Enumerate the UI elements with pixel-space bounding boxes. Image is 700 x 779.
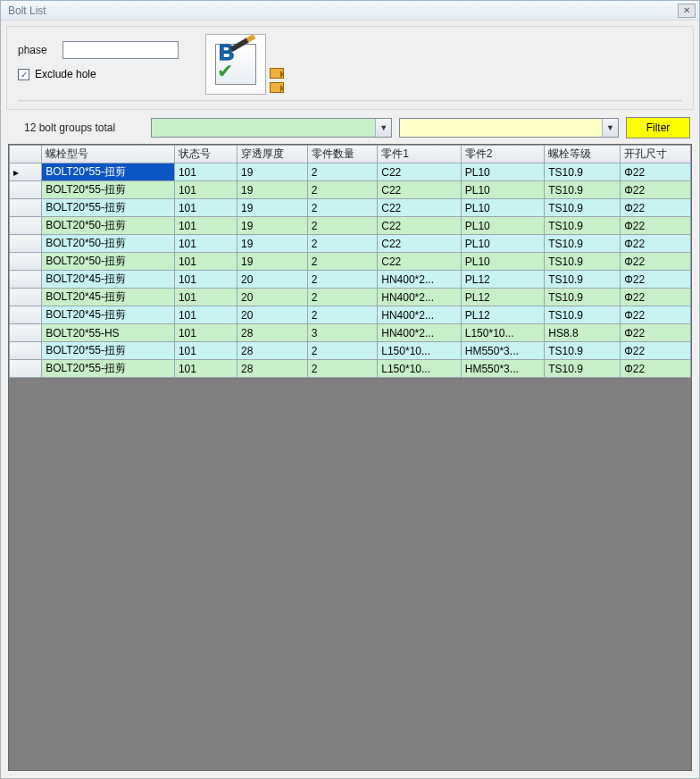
table-row[interactable]: BOLT20*55-扭剪101282L150*10...HM550*3...TS… (10, 342, 691, 360)
exclude-checkbox[interactable]: ✓ (18, 69, 29, 80)
cell[interactable]: HS8.8 (545, 324, 621, 342)
cell[interactable]: C22 (378, 163, 462, 181)
arrow-icon[interactable] (270, 82, 284, 93)
cell[interactable]: PL10 (461, 217, 545, 235)
cell[interactable]: 19 (238, 253, 308, 271)
arrow-icon[interactable] (270, 68, 284, 79)
cell[interactable]: BOLT20*55-扭剪 (42, 181, 175, 199)
cell[interactable]: 28 (238, 324, 308, 342)
cell[interactable]: BOLT20*45-扭剪 (42, 289, 175, 306)
cell[interactable]: 2 (307, 163, 378, 181)
cell[interactable]: C22 (378, 253, 462, 271)
cell[interactable]: BOLT20*50-扭剪 (42, 235, 175, 253)
cell[interactable]: Φ22 (621, 271, 691, 289)
cell[interactable]: 3 (307, 324, 378, 342)
cell[interactable]: PL10 (461, 235, 545, 253)
cell[interactable]: BOLT20*55-扭剪 (42, 199, 175, 217)
cell[interactable]: PL12 (461, 289, 545, 306)
filter-combo-1-field[interactable] (152, 119, 375, 137)
cell[interactable]: 101 (174, 181, 237, 199)
col-header[interactable]: 零件数量 (307, 146, 378, 163)
bolt-list-icon[interactable]: B ✔ (205, 34, 266, 95)
cell[interactable]: Φ22 (621, 289, 691, 306)
phase-input[interactable] (62, 41, 179, 59)
cell[interactable]: 101 (174, 289, 237, 306)
cell[interactable]: TS10.9 (545, 271, 621, 289)
cell[interactable]: BOLT20*55-HS (42, 324, 175, 342)
row-header[interactable] (10, 235, 42, 253)
cell[interactable]: 2 (307, 181, 378, 199)
col-header[interactable]: 状态号 (174, 146, 237, 163)
cell[interactable]: C22 (378, 235, 462, 253)
row-header[interactable] (10, 217, 42, 235)
cell[interactable]: 20 (238, 289, 308, 306)
cell[interactable]: TS10.9 (545, 253, 621, 271)
data-grid[interactable]: 螺栓型号 状态号 穿透厚度 零件数量 零件1 零件2 螺栓等级 开孔尺寸 ▸BO… (8, 144, 692, 771)
cell[interactable]: 2 (307, 199, 378, 217)
col-header[interactable]: 穿透厚度 (238, 146, 308, 163)
cell[interactable]: 101 (174, 163, 237, 181)
cell[interactable]: Φ22 (621, 181, 691, 199)
cell[interactable]: 2 (307, 289, 378, 306)
cell[interactable]: TS10.9 (545, 217, 621, 235)
close-button[interactable]: ✕ (678, 4, 696, 18)
table-row[interactable]: BOLT20*50-扭剪101192C22PL10TS10.9Φ22 (10, 217, 691, 235)
cell[interactable]: BOLT20*55-扭剪 (42, 360, 175, 378)
cell[interactable]: HN400*2... (378, 306, 462, 324)
table-row[interactable]: ▸BOLT20*55-扭剪101192C22PL10TS10.9Φ22 (10, 163, 691, 181)
cell[interactable]: 101 (174, 253, 237, 271)
cell[interactable]: BOLT20*45-扭剪 (42, 271, 175, 289)
cell[interactable]: PL12 (461, 306, 545, 324)
cell[interactable]: 20 (238, 271, 308, 289)
cell[interactable]: L150*10... (378, 342, 462, 360)
table-row[interactable]: BOLT20*45-扭剪101202HN400*2...PL12TS10.9Φ2… (10, 289, 691, 306)
cell[interactable]: 101 (174, 199, 237, 217)
cell[interactable]: 19 (238, 235, 308, 253)
cell[interactable]: Φ22 (621, 360, 691, 378)
cell[interactable]: L150*10... (378, 360, 462, 378)
cell[interactable]: TS10.9 (545, 163, 621, 181)
cell[interactable]: TS10.9 (545, 342, 621, 360)
col-header[interactable]: 开孔尺寸 (621, 146, 691, 163)
col-header[interactable]: 螺栓型号 (42, 146, 175, 163)
col-header[interactable]: 零件1 (378, 146, 462, 163)
cell[interactable]: C22 (378, 199, 462, 217)
table-row[interactable]: BOLT20*50-扭剪101192C22PL10TS10.9Φ22 (10, 253, 691, 271)
row-header-corner[interactable] (10, 146, 42, 163)
cell[interactable]: 2 (307, 271, 378, 289)
cell[interactable]: Φ22 (621, 217, 691, 235)
table-row[interactable]: BOLT20*45-扭剪101202HN400*2...PL12TS10.9Φ2… (10, 306, 691, 324)
cell[interactable]: TS10.9 (545, 306, 621, 324)
cell[interactable]: 101 (174, 324, 237, 342)
cell[interactable]: Φ22 (621, 306, 691, 324)
cell[interactable]: HM550*3... (461, 342, 545, 360)
cell[interactable]: BOLT20*45-扭剪 (42, 306, 175, 324)
cell[interactable]: 101 (174, 235, 237, 253)
cell[interactable]: 2 (307, 360, 378, 378)
cell[interactable]: PL12 (461, 271, 545, 289)
cell[interactable]: 101 (174, 271, 237, 289)
cell[interactable]: PL10 (461, 199, 545, 217)
chevron-down-icon[interactable]: ▼ (602, 119, 618, 137)
cell[interactable]: PL10 (461, 253, 545, 271)
cell[interactable]: TS10.9 (545, 199, 621, 217)
row-header[interactable] (10, 289, 42, 306)
cell[interactable]: L150*10... (461, 324, 545, 342)
cell[interactable]: 101 (174, 306, 237, 324)
row-header[interactable] (10, 306, 42, 324)
row-header[interactable] (10, 181, 42, 199)
cell[interactable]: 20 (238, 306, 308, 324)
table-row[interactable]: BOLT20*50-扭剪101192C22PL10TS10.9Φ22 (10, 235, 691, 253)
row-header[interactable] (10, 342, 42, 360)
cell[interactable]: TS10.9 (545, 360, 621, 378)
cell[interactable]: 2 (307, 217, 378, 235)
cell[interactable]: HM550*3... (461, 360, 545, 378)
cell[interactable]: C22 (378, 217, 462, 235)
cell[interactable]: TS10.9 (545, 181, 621, 199)
cell[interactable]: Φ22 (621, 163, 691, 181)
table-row[interactable]: BOLT20*45-扭剪101202HN400*2...PL12TS10.9Φ2… (10, 271, 691, 289)
cell[interactable]: Φ22 (621, 235, 691, 253)
cell[interactable]: 2 (307, 235, 378, 253)
table-row[interactable]: BOLT20*55-HS101283HN400*2...L150*10...HS… (10, 324, 691, 342)
filter-combo-1[interactable]: ▼ (151, 118, 392, 138)
